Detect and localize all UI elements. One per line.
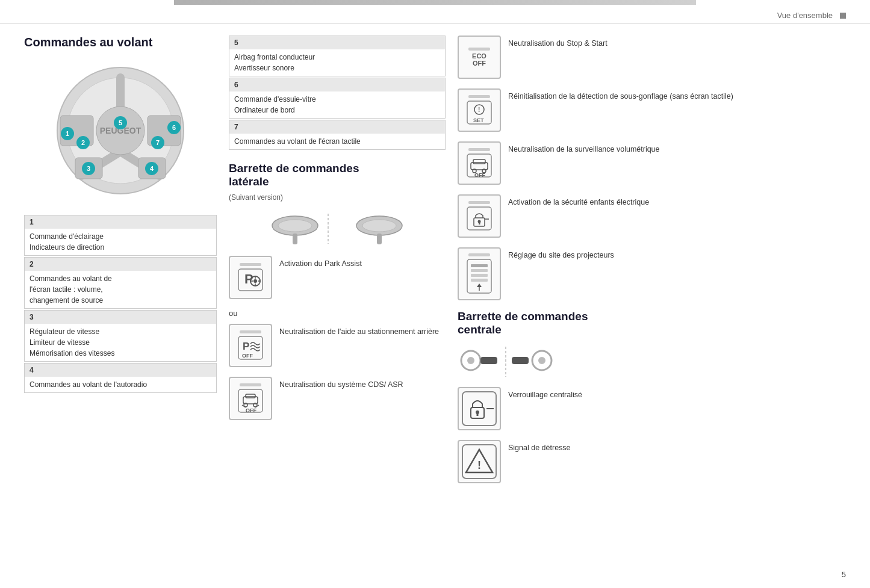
svg-text:!: ! (477, 459, 481, 471)
svg-rect-31 (377, 234, 382, 244)
ou-text: ou (229, 309, 446, 318)
svg-rect-77 (512, 357, 529, 364)
svg-rect-75 (480, 357, 497, 364)
item-7-header: 7 (229, 120, 446, 134)
svg-text:5: 5 (119, 119, 122, 126)
eco-off-item: ECOOFF Neutralisation du Stop & Start (458, 36, 846, 79)
svg-rect-69 (471, 274, 488, 277)
projectors-label: Réglage du site des projecteurs (508, 247, 614, 261)
item-2-content: Commandes au volant del'écran tactile : … (25, 271, 217, 309)
svg-text:P: P (243, 341, 249, 352)
svg-text:OFF: OFF (242, 353, 253, 359)
header-title: Vue d'ensemble (777, 11, 833, 20)
top-bar-decoration (240, 263, 261, 266)
set-item: ! SET Réinitialisation de la détection d… (458, 88, 846, 132)
svg-rect-67 (471, 264, 488, 267)
item-5-table: 5 Airbag frontal conducteurAvertisseur s… (229, 36, 446, 76)
volumetric-svg: OFF (466, 153, 492, 178)
verrouillage-icon (458, 387, 501, 430)
volumetric-icon: OFF (458, 141, 501, 185)
eco-off-text: ECOOFF (472, 52, 486, 67)
svg-text:2: 2 (81, 139, 85, 146)
projectors-icon (458, 247, 501, 300)
child-lock-svg (466, 206, 492, 231)
item-5-content: Airbag frontal conducteurAvertisseur son… (229, 49, 446, 76)
item-6-header: 6 (229, 78, 446, 92)
svg-point-79 (538, 357, 545, 364)
volumetric-item: OFF Neutralisation de la surveillance vo… (458, 141, 846, 185)
item-4-header: 4 (25, 364, 217, 377)
neutralisation-cds-svg: OFF (237, 388, 264, 413)
top-bar-vol (468, 148, 490, 151)
set-icon: ! SET (458, 88, 501, 132)
neutralisation-aide-icon: P OFF (229, 324, 272, 367)
lateral-bar-illustration (229, 211, 446, 247)
top-bar-proj (468, 253, 490, 256)
svg-rect-68 (471, 269, 488, 272)
item-6-content: Commande d'essuie-vitreOrdinateur de bor… (229, 91, 446, 119)
signal-detresse-svg: ! (461, 444, 497, 480)
neutralisation-cds-label: Neutralisation du système CDS/ ASR (279, 377, 403, 391)
steering-wheel-container: PEUGEOT 1 2 3 4 (24, 58, 217, 203)
top-bar-2 (240, 330, 261, 333)
item-5-header: 5 (229, 36, 446, 50)
child-lock-label: Activation de la sécurité enfants électr… (508, 194, 649, 208)
child-lock-icon (458, 194, 501, 238)
neutralisation-cds-item: OFF Neutralisation du système CDS/ ASR (229, 377, 446, 420)
left-items: 1 Commande d'éclairageIndicateurs de dir… (24, 215, 217, 393)
steering-wheel-svg: PEUGEOT 1 2 3 4 (48, 58, 193, 203)
middle-items-567: 5 Airbag frontal conducteurAvertisseur s… (229, 36, 446, 150)
top-bar-child (468, 201, 490, 204)
page-header: Vue d'ensemble (0, 5, 870, 23)
svg-rect-64 (479, 222, 480, 224)
central-section: Barrette de commandescentrale (458, 310, 846, 483)
item-1-header: 1 (25, 215, 217, 229)
volumetric-label: Neutralisation de la surveillance volumé… (508, 141, 660, 155)
item-2-header: 2 (25, 258, 217, 271)
svg-point-35 (253, 279, 257, 283)
central-bar-illustration (458, 344, 846, 380)
neutralisation-aide-svg: P OFF (237, 335, 264, 361)
park-assist-svg: P (237, 268, 264, 292)
lateral-section: Barrette de commandeslatérale (Suivant v… (229, 162, 446, 420)
lateral-bar-svg (268, 211, 406, 247)
central-section-title: Barrette de commandescentrale (458, 310, 846, 336)
item-7-content: Commandes au volant de l'écran tactile (229, 134, 446, 150)
svg-text:4: 4 (150, 165, 154, 172)
page-number: 5 (842, 570, 846, 579)
eco-off-icon: ECOOFF (458, 36, 501, 79)
right-column: ECOOFF Neutralisation du Stop & Start ! … (458, 36, 846, 493)
verrouillage-label: Verrouillage centralisé (508, 387, 582, 401)
top-bar-eco (468, 48, 490, 51)
item-1-content: Commande d'éclairageIndicateurs de direc… (25, 229, 217, 256)
svg-text:1: 1 (66, 130, 69, 137)
svg-text:SET: SET (473, 117, 484, 123)
svg-text:3: 3 (87, 165, 90, 172)
left-column: Commandes au volant PEUGEOT (24, 36, 217, 493)
svg-point-30 (362, 220, 396, 232)
svg-text:6: 6 (172, 124, 176, 131)
svg-point-74 (467, 357, 474, 364)
item-4-content: Commandes au volant de l'autoradio (25, 377, 217, 393)
middle-column: 5 Airbag frontal conducteurAvertisseur s… (229, 36, 446, 493)
left-section-title: Commandes au volant (24, 36, 217, 49)
set-svg: ! SET (466, 100, 492, 125)
neutralisation-aide-item: P OFF Neutralisation de l'aide au statio… (229, 324, 446, 367)
svg-point-26 (278, 220, 312, 232)
item-2-table: 2 Commandes au volant del'écran tactile … (24, 257, 217, 309)
svg-rect-83 (477, 413, 479, 416)
central-bar-svg (458, 344, 614, 380)
neutralisation-aide-label: Neutralisation de l'aide au stationnemen… (279, 324, 439, 338)
park-assist-item: P Activation du Park Assist (229, 256, 446, 299)
park-assist-label: Activation du Park Assist (279, 256, 362, 270)
item-3-table: 3 Régulateur de vitesseLimiteur de vites… (24, 310, 217, 362)
projectors-item: Réglage du site des projecteurs (458, 247, 846, 300)
svg-rect-57 (473, 159, 485, 164)
item-3-header: 3 (25, 311, 217, 324)
eco-off-label: Neutralisation du Stop & Start (508, 36, 607, 49)
park-assist-icon: P (229, 256, 272, 299)
svg-text:OFF: OFF (246, 407, 256, 413)
neutralisation-cds-icon: OFF (229, 377, 272, 420)
header-square (840, 13, 846, 19)
item-6-table: 6 Commande d'essuie-vitreOrdinateur de b… (229, 78, 446, 119)
